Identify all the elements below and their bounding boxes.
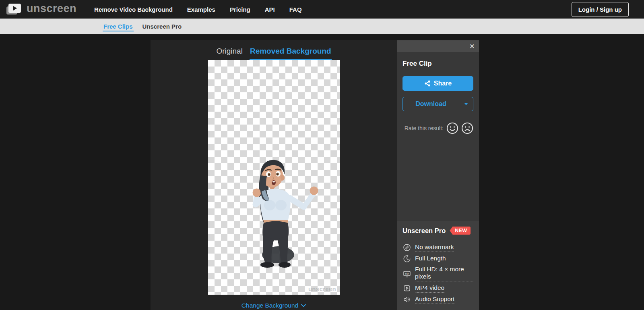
caret-down-icon bbox=[464, 103, 468, 105]
rate-positive-button[interactable] bbox=[446, 122, 458, 134]
sub-navbar: Free Clips Unscreen Pro bbox=[0, 19, 644, 34]
share-button[interactable]: Share bbox=[402, 76, 473, 91]
new-badge: NEW bbox=[450, 227, 471, 235]
download-options-button[interactable] bbox=[459, 97, 473, 111]
change-background-label: Change Background bbox=[242, 302, 298, 309]
feature-audio-support: Audio Support bbox=[402, 295, 473, 304]
download-button[interactable]: Download bbox=[403, 97, 459, 111]
no-watermark-icon bbox=[402, 243, 411, 252]
video-preview-transparent[interactable]: unscreen bbox=[208, 60, 340, 295]
preview-tabs: Original Removed Background bbox=[151, 46, 397, 60]
top-navbar: unscreen Remove Video Background Example… bbox=[0, 0, 644, 19]
clip-type-title: Free Clip bbox=[402, 60, 473, 68]
result-sidebar: ✕ Free Clip Share Download bbox=[397, 40, 479, 310]
clock-icon bbox=[402, 254, 411, 263]
hd-monitor-icon: HD bbox=[402, 269, 411, 278]
video-character bbox=[238, 159, 318, 270]
rate-result-label: Rate this result: bbox=[405, 125, 444, 131]
pro-title-row: Unscreen Pro NEW bbox=[402, 227, 473, 235]
feature-no-watermark: No watermark bbox=[402, 243, 473, 252]
login-signup-button[interactable]: Login / Sign up bbox=[572, 2, 629, 17]
tab-removed-background[interactable]: Removed Background bbox=[250, 46, 332, 60]
unscreen-logo[interactable]: unscreen bbox=[6, 3, 76, 16]
sidebar-header: ✕ bbox=[397, 40, 479, 52]
chevron-down-icon bbox=[301, 304, 306, 307]
smiley-face-icon bbox=[446, 122, 458, 134]
frowny-face-icon bbox=[461, 122, 473, 134]
brand-name: unscreen bbox=[27, 3, 76, 16]
video-watermark: unscreen bbox=[308, 285, 336, 292]
feature-mp4-video: MP4 video bbox=[402, 284, 473, 293]
pro-title: Unscreen Pro bbox=[402, 227, 446, 235]
unscreen-logo-icon bbox=[6, 3, 22, 16]
tab-original[interactable]: Original bbox=[216, 46, 243, 60]
close-icon[interactable]: ✕ bbox=[469, 43, 475, 49]
nav-faq[interactable]: FAQ bbox=[289, 6, 302, 13]
share-icon bbox=[424, 80, 431, 87]
subnav-unscreen-pro[interactable]: Unscreen Pro bbox=[142, 21, 183, 31]
rate-negative-button[interactable] bbox=[461, 122, 473, 134]
nav-pricing[interactable]: Pricing bbox=[230, 6, 250, 13]
download-label: Download bbox=[415, 100, 446, 108]
feature-full-hd: HD Full HD: 4 × more pixels bbox=[402, 266, 473, 281]
subnav-free-clips[interactable]: Free Clips bbox=[103, 21, 134, 31]
result-preview-panel: Original Removed Background bbox=[151, 40, 397, 310]
rate-result-row: Rate this result: bbox=[402, 122, 473, 134]
main-nav: Remove Video Background Examples Pricing… bbox=[94, 6, 302, 13]
speaker-icon bbox=[402, 295, 411, 304]
sidebar-body: Free Clip Share Download bbox=[397, 52, 479, 134]
share-label: Share bbox=[434, 80, 452, 87]
nav-remove-video-background[interactable]: Remove Video Background bbox=[94, 6, 173, 13]
svg-text:HD: HD bbox=[405, 273, 409, 275]
unscreen-app: unscreen Remove Video Background Example… bbox=[0, 0, 644, 310]
play-square-icon bbox=[402, 284, 411, 293]
nav-examples[interactable]: Examples bbox=[187, 6, 215, 13]
feature-full-length: Full Length bbox=[402, 254, 473, 263]
unscreen-pro-promo: Unscreen Pro NEW No watermark bbox=[397, 221, 479, 310]
nav-api[interactable]: API bbox=[265, 6, 275, 13]
change-background-link[interactable]: Change Background bbox=[151, 302, 397, 309]
page-background: Original Removed Background bbox=[0, 34, 644, 310]
download-split-button: Download bbox=[402, 97, 473, 111]
pro-feature-list: No watermark Full Length HD bbox=[402, 243, 473, 304]
